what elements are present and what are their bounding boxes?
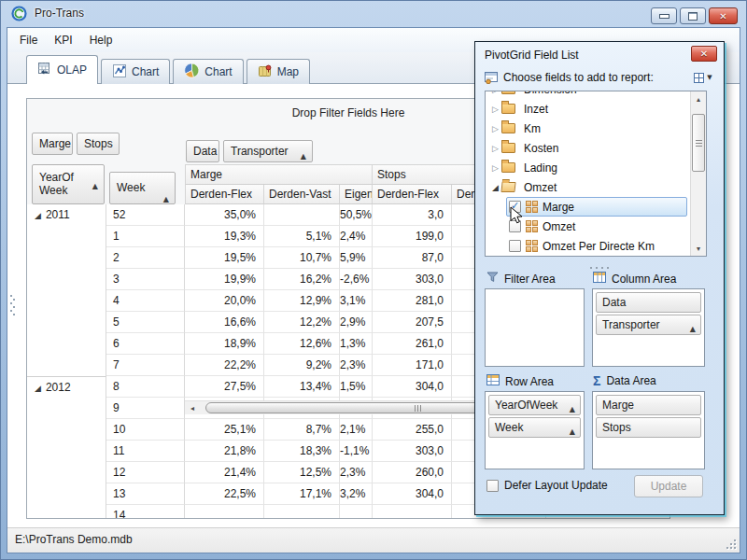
data-cell[interactable]: 3,1%: [340, 290, 373, 312]
vertical-scrollbar[interactable]: ▴ ▾: [690, 91, 706, 256]
column-header[interactable]: Eigen: [340, 185, 373, 204]
row-header-week-cell[interactable]: 11: [106, 441, 185, 462]
row-header-week-cell[interactable]: 14: [106, 505, 185, 519]
data-cell[interactable]: 304,0: [373, 376, 452, 398]
row-header-year-cell[interactable]: ◢: [27, 419, 106, 441]
column-header[interactable]: Derden-Flex: [185, 185, 264, 204]
restore-button[interactable]: [680, 7, 706, 24]
data-cell[interactable]: 5,9%: [340, 247, 373, 269]
row-header-year-cell[interactable]: ◢: [27, 355, 106, 376]
data-cell[interactable]: 35,0%: [185, 204, 264, 226]
field-checkbox[interactable]: [509, 240, 521, 252]
area-field-button[interactable]: Data ▲: [596, 292, 701, 313]
data-cell[interactable]: 304,0: [373, 483, 452, 505]
menu-item[interactable]: Help: [81, 29, 121, 51]
row-header-year-cell[interactable]: ◢: [27, 441, 106, 462]
data-cell[interactable]: [264, 204, 340, 226]
scrollbar-thumb[interactable]: [692, 114, 705, 172]
data-cell[interactable]: 2,9%: [340, 312, 373, 333]
layout-selector-button[interactable]: ▼: [689, 69, 717, 86]
resize-grip[interactable]: [725, 538, 736, 549]
menu-item[interactable]: File: [11, 29, 46, 51]
panel-close-button[interactable]: ✕: [691, 46, 717, 62]
update-button[interactable]: Update: [634, 475, 703, 497]
column-field-button-data[interactable]: Data: [186, 140, 219, 162]
data-cell[interactable]: 17,1%: [264, 483, 340, 505]
data-cell[interactable]: 12,9%: [264, 290, 340, 312]
column-area-box[interactable]: Data ▲ Transporter ▲: [592, 288, 705, 367]
data-cell[interactable]: 2,4%: [340, 226, 373, 247]
row-header-year-cell[interactable]: ◢: [27, 505, 106, 519]
data-cell[interactable]: 12,5%: [264, 462, 340, 483]
data-cell[interactable]: 50,5%: [340, 204, 373, 226]
area-field-button[interactable]: Stops ▲: [596, 417, 701, 438]
column-header[interactable]: Derden-Flex: [373, 185, 452, 204]
data-cell[interactable]: 255,0: [373, 419, 452, 441]
column-header[interactable]: Derden-Vast: [264, 185, 340, 204]
data-cell[interactable]: 303,0: [373, 269, 452, 290]
splitter-handle[interactable]: [10, 295, 15, 319]
row-header-week-cell[interactable]: 52: [106, 204, 185, 226]
row-header-week-cell[interactable]: 13: [106, 483, 185, 505]
row-header-week-cell[interactable]: 5: [106, 312, 185, 333]
data-field-button-stops[interactable]: Stops: [77, 133, 120, 155]
row-header-week-cell[interactable]: 8: [106, 376, 185, 398]
data-cell[interactable]: 16,6%: [185, 312, 264, 333]
data-cell[interactable]: 5,1%: [264, 226, 340, 247]
data-cell[interactable]: 27,5%: [185, 376, 264, 398]
data-area-box[interactable]: Marge ▲ Stops ▲: [592, 391, 705, 469]
minimize-button[interactable]: [651, 7, 677, 24]
row-header-week-cell[interactable]: 3: [106, 269, 185, 290]
expand-icon[interactable]: ◢: [35, 211, 41, 220]
data-cell[interactable]: 2,3%: [340, 462, 373, 483]
row-header-week-cell[interactable]: 1: [106, 226, 185, 247]
data-cell[interactable]: 20,0%: [185, 290, 264, 312]
row-header-year-cell[interactable]: ◢: [27, 312, 106, 333]
data-cell[interactable]: 260,0: [373, 462, 452, 483]
data-cell[interactable]: 12,2%: [264, 312, 340, 333]
row-header-year-cell[interactable]: ◢: [27, 462, 106, 483]
tree-item[interactable]: ▷ Inzet: [486, 99, 690, 119]
tab-chart-pie[interactable]: Chart: [173, 59, 243, 84]
scroll-down-icon[interactable]: ▾: [691, 241, 706, 256]
row-header-year-cell[interactable]: ◢: [27, 226, 106, 247]
row-header-week-cell[interactable]: 12: [106, 462, 185, 483]
tree-item[interactable]: Omzet Per Directe Km: [486, 236, 690, 256]
tab-chart-line[interactable]: Chart: [101, 59, 170, 84]
data-cell[interactable]: 2,3%: [340, 355, 373, 376]
data-cell[interactable]: 2,1%: [340, 419, 373, 441]
data-cell[interactable]: 1,5%: [340, 376, 373, 398]
data-cell[interactable]: 171,0: [373, 355, 452, 376]
row-header-year-cell[interactable]: ◢: [27, 398, 106, 419]
row-header-week-cell[interactable]: 6: [106, 333, 185, 355]
tree-expand-icon[interactable]: ◢: [489, 183, 501, 192]
row-header-year-cell[interactable]: ◢2011: [27, 204, 106, 226]
data-cell[interactable]: 303,0: [373, 441, 452, 462]
row-header-year-cell[interactable]: ◢: [27, 247, 106, 269]
scroll-left-icon[interactable]: ◂: [185, 401, 200, 414]
column-group-header[interactable]: Marge: [185, 164, 373, 185]
row-field-button-yearofweek[interactable]: YearOf Week ▲: [32, 164, 105, 204]
area-field-button[interactable]: Week ▲: [488, 417, 581, 438]
row-header-week-cell[interactable]: 4: [106, 290, 185, 312]
data-cell[interactable]: 10,7%: [264, 247, 340, 269]
row-header-week-cell[interactable]: 7: [106, 355, 185, 376]
data-cell[interactable]: 22,5%: [185, 483, 264, 505]
data-cell[interactable]: 199,0: [373, 226, 452, 247]
tree-item[interactable]: ▷ Km: [486, 119, 690, 138]
data-cell[interactable]: 9,2%: [264, 355, 340, 376]
defer-layout-update-checkbox[interactable]: Defer Layout Update: [486, 479, 608, 492]
row-header-year-cell[interactable]: ◢: [27, 333, 106, 355]
tab-olap[interactable]: OLAP: [26, 55, 98, 84]
filter-area-box[interactable]: [485, 288, 585, 367]
data-cell[interactable]: [373, 505, 452, 519]
tree-item[interactable]: ▷ Kosten: [486, 138, 690, 158]
row-header-year-cell[interactable]: ◢2012: [27, 376, 106, 398]
data-cell[interactable]: 21,4%: [185, 462, 264, 483]
data-cell[interactable]: 87,0: [373, 247, 452, 269]
title-bar[interactable]: Pro-Trans ✕: [0, 0, 747, 28]
expand-icon[interactable]: ◢: [35, 384, 41, 393]
data-cell[interactable]: 13,4%: [264, 376, 340, 398]
data-cell[interactable]: -1,1%: [340, 441, 373, 462]
data-cell[interactable]: [185, 505, 264, 519]
